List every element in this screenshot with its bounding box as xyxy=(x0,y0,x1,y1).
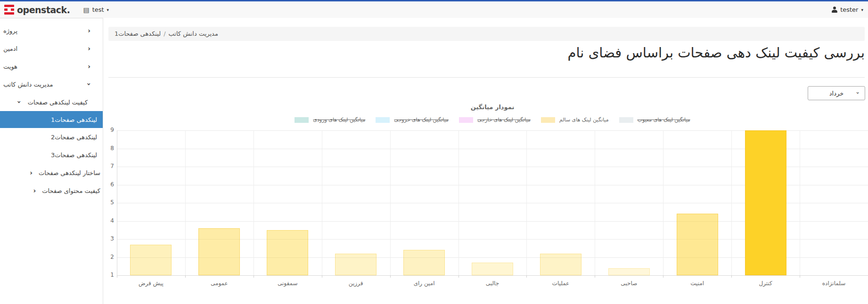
openstack-logo-icon xyxy=(4,5,14,15)
project-icon: ▤ xyxy=(83,7,89,13)
x-tick-mark xyxy=(117,275,117,278)
bar xyxy=(130,245,172,275)
chart-legend: میانگین لینک های ورودیمیانگین لینک های خ… xyxy=(117,117,868,123)
brand-wordmark: openstack. xyxy=(17,5,70,15)
x-tick-mark xyxy=(459,275,459,278)
chevron-down-icon: › xyxy=(16,101,23,104)
y-tick-label: 7 xyxy=(100,163,114,169)
chevron-right-icon: › xyxy=(88,27,90,34)
sidebar-item-label: مدیریت دانش کاتب xyxy=(3,81,53,88)
y-gridline xyxy=(117,275,868,276)
legend-item[interactable]: میانگین لینک های معیوب xyxy=(619,117,690,123)
x-tick-mark xyxy=(595,275,595,278)
x-tick-label: امین رای xyxy=(390,280,459,287)
sidebar-nav: پروژه›ادمین›هویت›مدیریت دانش کاتب››کیفیت… xyxy=(0,18,103,304)
legend-swatch xyxy=(376,117,390,123)
legend-swatch xyxy=(295,117,309,123)
chart-plot-area: 123456789 xyxy=(117,130,868,275)
sidebar-item-label: لینکدهی صفحات2 xyxy=(51,134,97,141)
x-gridline xyxy=(390,130,391,275)
x-tick-label: عمومی xyxy=(185,280,254,287)
sidebar-item[interactable]: مدیریت دانش کاتب› xyxy=(0,75,103,93)
x-tick-label: امنیت xyxy=(663,280,731,287)
x-tick-label: جالبی xyxy=(459,280,527,287)
x-tick-mark xyxy=(254,275,254,278)
page: openstack. ▤ test ▾ tester ▾ پروژه›ادمین… xyxy=(0,0,868,304)
chevron-right-icon: › xyxy=(33,187,36,194)
user-menu[interactable]: tester ▾ xyxy=(831,6,863,13)
x-tick-label: صاحبی xyxy=(595,280,663,287)
bar xyxy=(608,268,650,275)
divider xyxy=(108,77,865,78)
x-gridline xyxy=(663,130,663,275)
y-tick-label: 6 xyxy=(100,181,114,188)
x-tick-label: سمفونی xyxy=(254,280,322,287)
bar xyxy=(335,254,377,275)
y-tick-label: 5 xyxy=(100,199,114,206)
legend-swatch xyxy=(459,117,473,123)
x-gridline xyxy=(254,130,254,275)
month-select[interactable]: خرداد ⌄ xyxy=(808,86,865,100)
bar xyxy=(403,250,445,275)
breadcrumb-current: لینکدهی صفحات1 xyxy=(115,30,161,37)
x-gridline xyxy=(185,130,186,275)
sidebar-item-label: کیفیت محتوای صفحات xyxy=(42,187,100,194)
x-tick-mark xyxy=(663,275,663,278)
main-content: مدیریت دانش کاتب/لینکدهی صفحات1 بررسی کی… xyxy=(103,18,868,304)
sidebar-item[interactable]: ›کیفیت محتوای صفحات xyxy=(0,182,103,200)
x-gridline xyxy=(595,130,595,275)
legend-item[interactable]: میانگین لینک های خروجی xyxy=(376,117,449,123)
legend-label: میانگین لینک های معیوب xyxy=(638,117,690,123)
chart-title: نمودار میانگین xyxy=(117,104,868,111)
legend-swatch xyxy=(541,117,555,123)
x-tick-mark xyxy=(390,275,391,278)
x-gridline xyxy=(322,130,322,275)
breadcrumb: مدیریت دانش کاتب/لینکدهی صفحات1 xyxy=(108,27,865,41)
bar xyxy=(267,230,308,275)
chevron-right-icon: › xyxy=(30,169,33,176)
y-tick-label: 1 xyxy=(100,272,114,278)
sidebar-item[interactable]: پروژه› xyxy=(0,22,103,40)
bar xyxy=(540,254,581,275)
chevron-down-icon: ⌄ xyxy=(855,88,860,95)
x-gridline xyxy=(731,130,732,275)
sidebar-item[interactable]: ›کیفیت لینکدهی صفحات xyxy=(0,93,103,111)
sidebar-item-label: هویت xyxy=(3,63,17,70)
sidebar-item[interactable]: هویت› xyxy=(0,57,103,75)
project-switcher[interactable]: ▤ test ▾ xyxy=(83,6,109,13)
sidebar-item-label: ساختار لینکدهی صفحات xyxy=(39,169,100,176)
user-menu-label: tester xyxy=(840,6,858,13)
legend-label: میانگین لینک های ورودی xyxy=(313,117,365,123)
bar xyxy=(745,130,786,275)
y-tick-label: 8 xyxy=(100,145,114,152)
legend-label: میانگین لینک های خارجی xyxy=(477,117,531,123)
legend-label: میانگین لینک های سالم xyxy=(559,117,609,123)
x-gridline xyxy=(526,130,527,275)
x-tick-label: سلمانزاده xyxy=(800,280,868,287)
x-tick-mark xyxy=(526,275,527,278)
breadcrumb-parent[interactable]: مدیریت دانش کاتب xyxy=(169,30,218,37)
x-tick-label: فرزین xyxy=(322,280,390,287)
x-tick-label: کنترل xyxy=(731,280,800,287)
openstack-logo[interactable]: openstack. xyxy=(0,5,70,15)
x-tick-mark xyxy=(731,275,732,278)
legend-item[interactable]: میانگین لینک های ورودی xyxy=(295,117,365,123)
legend-item[interactable]: میانگین لینک های خارجی xyxy=(459,117,531,123)
sidebar-item[interactable]: ادمین› xyxy=(0,40,103,57)
month-select-value: خرداد xyxy=(829,90,843,97)
top-navbar: openstack. ▤ test ▾ tester ▾ xyxy=(0,1,868,18)
sidebar-item-selected[interactable]: لینکدهی صفحات1 xyxy=(0,111,103,128)
sidebar-item-label: پروژه xyxy=(3,27,17,34)
chevron-down-icon: ▾ xyxy=(107,8,109,12)
sidebar-item-label: کیفیت لینکدهی صفحات xyxy=(28,99,88,106)
x-tick-mark xyxy=(322,275,322,278)
bar xyxy=(677,214,718,275)
sidebar-item[interactable]: ›ساختار لینکدهی صفحات xyxy=(0,164,103,182)
sidebar-item[interactable]: لینکدهی صفحات2 xyxy=(0,128,103,146)
x-tick-label: پیش فرض xyxy=(117,280,185,287)
chevron-right-icon: › xyxy=(88,63,90,70)
x-tick-mark xyxy=(800,275,800,278)
legend-item[interactable]: میانگین لینک های سالم xyxy=(541,117,609,123)
y-tick-label: 4 xyxy=(100,217,114,224)
sidebar-item[interactable]: لینکدهی صفحات3 xyxy=(0,146,103,164)
